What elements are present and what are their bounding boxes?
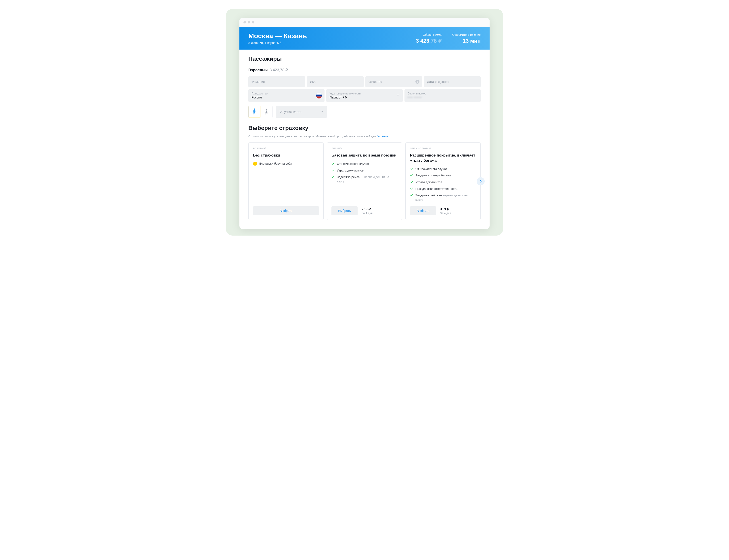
select-plan-button[interactable]: Выбрать <box>410 206 436 215</box>
list-item: От несчастного случая <box>410 167 476 172</box>
name-input[interactable]: Имя <box>307 76 364 87</box>
list-item: Гражданская ответственность <box>410 187 476 192</box>
insurance-card-light: ЛЕГКИЙ Базовая защита во время поездки О… <box>327 142 402 220</box>
plan-tier: БАЗОВЫЙ <box>253 147 319 150</box>
route-title: Москва — Казань <box>248 32 307 40</box>
route-subtitle: 8 июня, чт, 1 взрослый <box>248 41 307 45</box>
passengers-heading: Пассажиры <box>248 55 481 62</box>
app-window: Москва — Казань 8 июня, чт, 1 взрослый О… <box>239 18 490 229</box>
timer-block: Оформите в течение 13 мин <box>452 33 481 44</box>
select-plan-button[interactable]: Выбрать <box>253 206 319 215</box>
surname-placeholder: Фамилия <box>251 80 265 84</box>
citizenship-value: Россия <box>251 96 262 99</box>
insurance-subtext-text: Стоимость полиса указана для всех пассаж… <box>248 135 377 138</box>
check-icon <box>410 174 413 178</box>
feature-text: Задержка рейса — <box>337 175 364 179</box>
feature-text: Задержка рейса — <box>415 194 443 197</box>
total-label: Общая сумма <box>416 33 442 36</box>
list-item: Утрата документов <box>331 168 397 173</box>
insurance-plan-row: БАЗОВЫЙ Без страховки ! Все риски беру н… <box>248 142 481 220</box>
feature-text: От несчастного случая <box>415 167 448 171</box>
svg-rect-1 <box>316 95 322 97</box>
total-block: Общая сумма 3 423,78 ₽ <box>416 33 442 44</box>
passenger-price: 3 423,78 ₽ <box>270 68 288 72</box>
passenger-type: Взрослый <box>248 68 268 72</box>
plan-title: Базовая защита во время поездки <box>331 153 397 158</box>
male-icon <box>252 108 256 115</box>
feature-text: Утрата документов <box>337 168 364 173</box>
dob-input[interactable]: Дата рождения <box>424 76 481 87</box>
list-item: Утрата документов <box>410 180 476 185</box>
bonus-placeholder: Бонусная карта <box>279 110 301 114</box>
chevron-down-icon <box>396 94 400 98</box>
feature-text: Гражданская ответственность <box>415 187 457 191</box>
feature-text: Задержка и утеря багажа <box>415 173 451 178</box>
plan-tier: ЛЕГКИЙ <box>331 147 397 150</box>
series-number-input[interactable]: Серия и номер •••• •••••• <box>404 89 481 102</box>
svg-point-3 <box>254 109 255 110</box>
total-value: 3 423,78 ₽ <box>416 38 442 44</box>
total-int: 3 423 <box>416 38 429 44</box>
name-placeholder: Имя <box>310 80 316 84</box>
series-label: Серия и номер <box>408 92 426 95</box>
surname-input[interactable]: Фамилия <box>248 76 305 87</box>
russia-flag-icon <box>316 93 322 98</box>
citizenship-select[interactable]: Гражданство Россия <box>248 89 325 102</box>
plan-price-box: 319 ₽ За 4 дня <box>440 207 451 215</box>
warning-icon: ! <box>253 162 257 166</box>
patronymic-placeholder: Отчество <box>369 80 382 84</box>
list-item: Задержка и утеря багажа <box>410 173 476 178</box>
svg-rect-5 <box>253 112 254 115</box>
dob-placeholder: Дата рождения <box>427 80 449 84</box>
insurance-subtext: Стоимость полиса указана для всех пассаж… <box>248 135 481 138</box>
check-icon <box>410 187 413 192</box>
gender-male-button[interactable] <box>248 106 260 117</box>
svg-rect-2 <box>316 96 322 98</box>
gender-female-button[interactable] <box>260 106 272 118</box>
insurance-card-basic: БАЗОВЫЙ Без страховки ! Все риски беру н… <box>248 142 324 220</box>
window-min-dot[interactable] <box>248 21 250 23</box>
patronymic-input[interactable]: Отчество ? <box>365 76 422 87</box>
feature-text: От несчастного случая <box>337 162 369 166</box>
booking-header: Москва — Казань 8 июня, чт, 1 взрослый О… <box>239 27 490 50</box>
next-plans-button[interactable] <box>477 177 485 185</box>
check-icon <box>331 162 335 167</box>
help-icon[interactable]: ? <box>415 80 419 84</box>
check-icon <box>331 175 335 180</box>
plan-price-box: 259 ₽ За 4 дня <box>362 207 373 215</box>
plan-title: Расширенное покрытие, включает утрату ба… <box>410 153 476 163</box>
id-value: Паспорт РФ <box>329 96 347 99</box>
chevron-right-icon <box>479 180 482 183</box>
id-type-select[interactable]: Удостоверение личности Паспорт РФ <box>326 89 402 102</box>
check-icon <box>410 180 413 185</box>
window-close-dot[interactable] <box>243 21 246 23</box>
passenger-type-line: Взрослый 3 423,78 ₽ <box>248 68 481 72</box>
plan-duration: За 4 дня <box>362 212 373 215</box>
check-icon <box>410 167 413 172</box>
svg-point-7 <box>266 109 267 110</box>
select-plan-button[interactable]: Выбрать <box>331 206 357 215</box>
insurance-heading: Выберите страховку <box>248 125 481 132</box>
list-item: От несчастного случая <box>331 162 397 167</box>
window-max-dot[interactable] <box>252 21 254 23</box>
female-icon <box>264 109 269 115</box>
plan-duration: За 4 дня <box>440 212 451 215</box>
list-item: Задержка рейса — вернем деньги на карту <box>410 193 476 202</box>
check-icon <box>410 194 413 198</box>
svg-rect-8 <box>266 113 266 115</box>
window-titlebar <box>239 18 490 27</box>
gender-toggle <box>248 106 272 118</box>
id-label: Удостоверение личности <box>329 92 360 95</box>
citizenship-label: Гражданство <box>251 92 268 95</box>
insurance-card-optimal: ОПТИМАЛЬНЫЙ Расширенное покрытие, включа… <box>405 142 481 220</box>
chevron-down-icon <box>321 110 324 114</box>
feature-list: От несчастного случая Задержка и утеря б… <box>410 167 476 202</box>
total-frac: ,78 ₽ <box>429 38 442 44</box>
plan-price: 259 ₽ <box>362 207 373 211</box>
svg-rect-6 <box>255 112 255 115</box>
list-item: Задержка рейса — вернем деньги на карту <box>331 175 397 184</box>
bonus-card-select[interactable]: Бонусная карта <box>276 106 327 118</box>
plan-title: Без страховки <box>253 153 319 158</box>
feature-text: Утрата документов <box>415 180 442 184</box>
terms-link[interactable]: Условия <box>377 135 389 138</box>
